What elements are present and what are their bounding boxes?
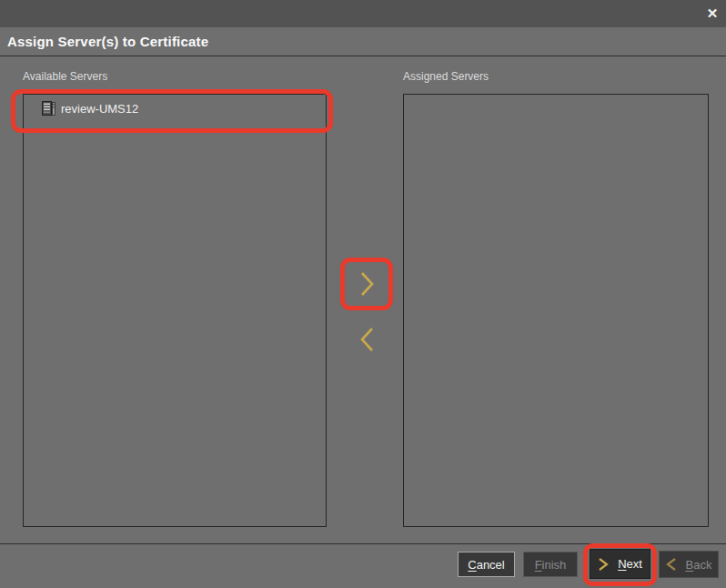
footer-separator (0, 543, 726, 544)
chevron-left-icon (666, 557, 677, 572)
page-title: Assign Server(s) to Certificate (0, 34, 208, 49)
finish-button-label: Finish (535, 558, 567, 572)
chevron-right-icon (598, 557, 609, 572)
assigned-servers-label: Assigned Servers (403, 70, 489, 83)
server-icon (42, 101, 55, 116)
dialog-header: Assign Server(s) to Certificate (0, 27, 726, 56)
back-button[interactable]: Back (659, 551, 719, 578)
assigned-servers-list[interactable] (403, 94, 709, 527)
list-item[interactable]: review-UMS12 (24, 96, 326, 121)
title-bar: ✕ (0, 0, 726, 27)
available-servers-label: Available Servers (23, 70, 107, 83)
available-servers-list[interactable]: review-UMS12 (23, 94, 327, 527)
move-right-button[interactable] (347, 264, 387, 304)
chevron-right-icon (359, 270, 375, 298)
chevron-left-icon (359, 326, 375, 353)
cancel-button[interactable]: Cancel (458, 552, 515, 577)
close-icon[interactable]: ✕ (701, 3, 724, 25)
server-name: review-UMS12 (61, 102, 138, 116)
cancel-button-label: Cancel (468, 558, 504, 572)
next-button-label: Next (618, 557, 642, 571)
back-button-label: Back (686, 558, 712, 572)
move-left-button[interactable] (347, 319, 387, 360)
next-button[interactable]: Next (590, 549, 650, 579)
finish-button[interactable]: Finish (523, 552, 578, 577)
